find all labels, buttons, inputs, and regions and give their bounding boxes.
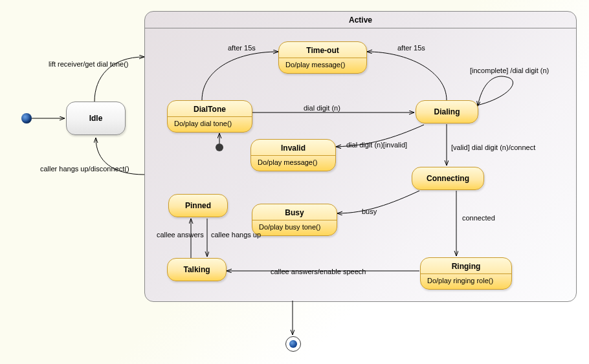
label-dialing-to-invalid: dial digit (n)[invalid] — [346, 141, 407, 149]
composite-title: Active — [145, 12, 576, 28]
state-idle-name: Idle — [89, 114, 103, 123]
state-dialtone: DialTone Do/play dial tone() — [167, 100, 252, 133]
initial-state — [21, 113, 32, 123]
state-idle: Idle — [66, 102, 126, 135]
label-dialing-to-timeout: after 15s — [397, 44, 425, 52]
state-ringing: Ringing Do/play ringing role() — [420, 257, 512, 290]
final-state — [285, 336, 301, 352]
state-pinned: Pinned — [168, 194, 228, 217]
state-busy-activity: Do/play busy tone() — [252, 220, 337, 235]
state-invalid: Invalid Do/play message() — [250, 139, 336, 171]
state-talking-name: Talking — [168, 259, 226, 281]
state-ringing-activity: Do/play ringing role() — [421, 274, 511, 289]
label-dt-to-timeout: after 15s — [228, 44, 256, 52]
state-dialtone-name: DialTone — [168, 101, 252, 116]
state-busy: Busy Do/play busy tone() — [252, 204, 337, 236]
state-pinned-name: Pinned — [169, 195, 227, 217]
state-dialtone-activity: Do/play dial tone() — [168, 117, 252, 132]
label-talking-to-pinned: callee answers — [157, 231, 204, 239]
state-timeout-name: Time-out — [279, 42, 366, 58]
state-dialing-name: Dialing — [416, 101, 478, 123]
label-connecting-to-ringing: connected — [462, 214, 495, 222]
inner-initial-state — [216, 144, 223, 151]
state-invalid-name: Invalid — [251, 140, 335, 155]
state-invalid-activity: Do/play message() — [251, 156, 335, 171]
state-dialing: Dialing — [416, 100, 478, 123]
label-dialing-to-connecting: [valid] dial digit (n)/connect — [451, 144, 535, 151]
label-ringing-to-talking: callee answers/enable speech — [271, 268, 366, 275]
label-dt-to-dialing: dial digit (n) — [304, 104, 340, 112]
label-connecting-to-busy: busy — [362, 208, 377, 215]
state-timeout: Time-out Do/play message() — [278, 41, 367, 74]
state-talking: Talking — [167, 258, 227, 281]
state-ringing-name: Ringing — [421, 258, 511, 273]
label-active-to-idle: caller hangs up/disconnect() — [40, 165, 129, 173]
label-idle-to-active: lift receiver/get dial tone() — [49, 60, 129, 68]
final-state-inner — [289, 340, 297, 348]
state-timeout-activity: Do/play message() — [279, 58, 366, 73]
state-busy-name: Busy — [252, 204, 337, 220]
label-pinned-to-talking: callee hangs up — [211, 231, 261, 239]
state-connecting-name: Connecting — [412, 167, 483, 189]
state-connecting: Connecting — [412, 167, 484, 190]
label-dialing-self: [incomplete] /dial digit (n) — [470, 67, 549, 74]
